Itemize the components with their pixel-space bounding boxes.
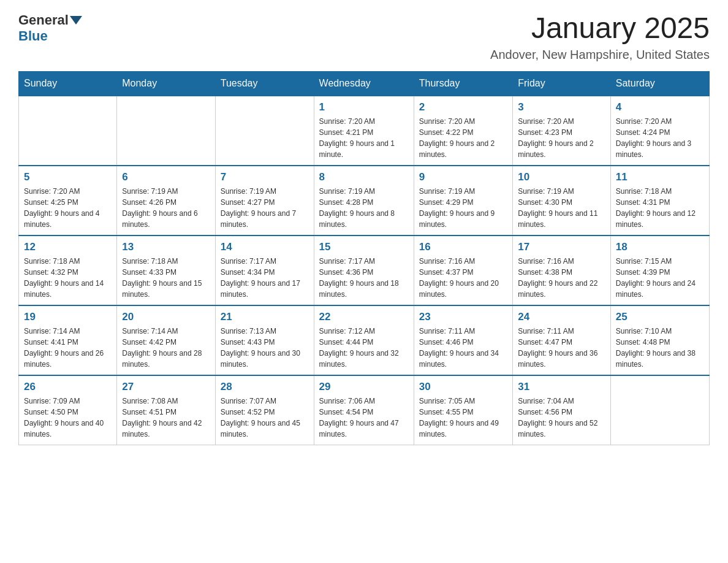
calendar-cell: 31Sunrise: 7:04 AMSunset: 4:56 PMDayligh… <box>513 375 610 445</box>
calendar-cell <box>215 96 314 166</box>
calendar-cell: 30Sunrise: 7:05 AMSunset: 4:55 PMDayligh… <box>414 375 512 445</box>
calendar-cell: 24Sunrise: 7:11 AMSunset: 4:47 PMDayligh… <box>513 305 610 375</box>
day-info: Sunrise: 7:15 AMSunset: 4:39 PMDaylight:… <box>616 256 704 300</box>
day-number: 15 <box>319 241 409 253</box>
day-info: Sunrise: 7:20 AMSunset: 4:21 PMDaylight:… <box>319 116 409 160</box>
day-info: Sunrise: 7:20 AMSunset: 4:22 PMDaylight:… <box>419 116 507 160</box>
calendar-cell: 28Sunrise: 7:07 AMSunset: 4:52 PMDayligh… <box>215 375 314 445</box>
day-info: Sunrise: 7:19 AMSunset: 4:30 PMDaylight:… <box>518 186 605 230</box>
day-number: 31 <box>518 381 605 393</box>
day-number: 25 <box>616 311 704 323</box>
day-number: 13 <box>122 241 210 253</box>
calendar-cell: 8Sunrise: 7:19 AMSunset: 4:28 PMDaylight… <box>314 166 414 236</box>
calendar-cell: 10Sunrise: 7:19 AMSunset: 4:30 PMDayligh… <box>513 166 610 236</box>
logo: General Blue <box>18 12 83 44</box>
day-info: Sunrise: 7:13 AMSunset: 4:43 PMDaylight:… <box>221 326 309 370</box>
day-info: Sunrise: 7:09 AMSunset: 4:50 PMDaylight:… <box>24 396 112 440</box>
week-row-2: 5Sunrise: 7:20 AMSunset: 4:25 PMDaylight… <box>19 166 710 236</box>
calendar-cell: 14Sunrise: 7:17 AMSunset: 4:34 PMDayligh… <box>215 236 314 305</box>
logo-general-text: General <box>18 12 69 28</box>
day-header-monday: Monday <box>117 71 216 96</box>
calendar-cell: 5Sunrise: 7:20 AMSunset: 4:25 PMDaylight… <box>19 166 117 236</box>
day-info: Sunrise: 7:18 AMSunset: 4:31 PMDaylight:… <box>616 186 704 230</box>
calendar-cell: 9Sunrise: 7:19 AMSunset: 4:29 PMDaylight… <box>414 166 512 236</box>
day-info: Sunrise: 7:10 AMSunset: 4:48 PMDaylight:… <box>616 326 704 370</box>
day-info: Sunrise: 7:07 AMSunset: 4:52 PMDaylight:… <box>221 396 309 440</box>
calendar-cell: 21Sunrise: 7:13 AMSunset: 4:43 PMDayligh… <box>215 305 314 375</box>
day-info: Sunrise: 7:19 AMSunset: 4:26 PMDaylight:… <box>122 186 210 230</box>
day-number: 5 <box>24 171 112 183</box>
day-info: Sunrise: 7:19 AMSunset: 4:28 PMDaylight:… <box>319 186 409 230</box>
day-number: 4 <box>616 101 704 113</box>
day-number: 26 <box>24 381 112 393</box>
calendar-cell: 11Sunrise: 7:18 AMSunset: 4:31 PMDayligh… <box>610 166 709 236</box>
calendar-cell <box>19 96 117 166</box>
day-number: 29 <box>319 381 409 393</box>
week-row-1: 1Sunrise: 7:20 AMSunset: 4:21 PMDaylight… <box>19 96 710 166</box>
day-info: Sunrise: 7:20 AMSunset: 4:24 PMDaylight:… <box>616 116 704 160</box>
calendar-cell: 2Sunrise: 7:20 AMSunset: 4:22 PMDaylight… <box>414 96 512 166</box>
day-header-saturday: Saturday <box>610 71 709 96</box>
day-number: 27 <box>122 381 210 393</box>
calendar-cell: 20Sunrise: 7:14 AMSunset: 4:42 PMDayligh… <box>117 305 216 375</box>
day-number: 7 <box>221 171 309 183</box>
day-number: 11 <box>616 171 704 183</box>
day-header-friday: Friday <box>513 71 610 96</box>
calendar-cell: 19Sunrise: 7:14 AMSunset: 4:41 PMDayligh… <box>19 305 117 375</box>
day-info: Sunrise: 7:11 AMSunset: 4:46 PMDaylight:… <box>419 326 507 370</box>
day-number: 16 <box>419 241 507 253</box>
day-number: 22 <box>319 311 409 323</box>
day-info: Sunrise: 7:20 AMSunset: 4:23 PMDaylight:… <box>518 116 605 160</box>
day-info: Sunrise: 7:18 AMSunset: 4:32 PMDaylight:… <box>24 256 112 300</box>
day-number: 23 <box>419 311 507 323</box>
week-row-3: 12Sunrise: 7:18 AMSunset: 4:32 PMDayligh… <box>19 236 710 305</box>
day-number: 8 <box>319 171 409 183</box>
day-info: Sunrise: 7:19 AMSunset: 4:29 PMDaylight:… <box>419 186 507 230</box>
calendar-cell: 27Sunrise: 7:08 AMSunset: 4:51 PMDayligh… <box>117 375 216 445</box>
calendar-cell: 13Sunrise: 7:18 AMSunset: 4:33 PMDayligh… <box>117 236 216 305</box>
week-row-4: 19Sunrise: 7:14 AMSunset: 4:41 PMDayligh… <box>19 305 710 375</box>
day-info: Sunrise: 7:18 AMSunset: 4:33 PMDaylight:… <box>122 256 210 300</box>
calendar-cell: 12Sunrise: 7:18 AMSunset: 4:32 PMDayligh… <box>19 236 117 305</box>
day-info: Sunrise: 7:14 AMSunset: 4:41 PMDaylight:… <box>24 326 112 370</box>
day-number: 6 <box>122 171 210 183</box>
day-info: Sunrise: 7:08 AMSunset: 4:51 PMDaylight:… <box>122 396 210 440</box>
day-number: 24 <box>518 311 605 323</box>
calendar-cell: 18Sunrise: 7:15 AMSunset: 4:39 PMDayligh… <box>610 236 709 305</box>
day-number: 2 <box>419 101 507 113</box>
day-number: 30 <box>419 381 507 393</box>
day-info: Sunrise: 7:12 AMSunset: 4:44 PMDaylight:… <box>319 326 409 370</box>
day-number: 1 <box>319 101 409 113</box>
calendar-header-row: SundayMondayTuesdayWednesdayThursdayFrid… <box>19 71 710 96</box>
day-number: 19 <box>24 311 112 323</box>
day-number: 18 <box>616 241 704 253</box>
calendar-cell: 7Sunrise: 7:19 AMSunset: 4:27 PMDaylight… <box>215 166 314 236</box>
title-section: January 2025 Andover, New Hampshire, Uni… <box>490 12 710 62</box>
day-info: Sunrise: 7:19 AMSunset: 4:27 PMDaylight:… <box>221 186 309 230</box>
calendar-cell <box>610 375 709 445</box>
calendar-table: SundayMondayTuesdayWednesdayThursdayFrid… <box>18 71 710 445</box>
day-info: Sunrise: 7:14 AMSunset: 4:42 PMDaylight:… <box>122 326 210 370</box>
day-info: Sunrise: 7:20 AMSunset: 4:25 PMDaylight:… <box>24 186 112 230</box>
calendar-cell: 26Sunrise: 7:09 AMSunset: 4:50 PMDayligh… <box>19 375 117 445</box>
page-header: General Blue January 2025 Andover, New H… <box>18 12 710 62</box>
day-header-tuesday: Tuesday <box>215 71 314 96</box>
month-title: January 2025 <box>490 12 710 45</box>
logo-arrow-icon <box>70 16 82 25</box>
calendar-cell: 29Sunrise: 7:06 AMSunset: 4:54 PMDayligh… <box>314 375 414 445</box>
day-header-sunday: Sunday <box>19 71 117 96</box>
day-info: Sunrise: 7:11 AMSunset: 4:47 PMDaylight:… <box>518 326 605 370</box>
location-subtitle: Andover, New Hampshire, United States <box>490 48 710 62</box>
day-number: 9 <box>419 171 507 183</box>
calendar-cell: 3Sunrise: 7:20 AMSunset: 4:23 PMDaylight… <box>513 96 610 166</box>
day-number: 21 <box>221 311 309 323</box>
day-number: 10 <box>518 171 605 183</box>
day-header-wednesday: Wednesday <box>314 71 414 96</box>
day-info: Sunrise: 7:04 AMSunset: 4:56 PMDaylight:… <box>518 396 605 440</box>
calendar-cell: 25Sunrise: 7:10 AMSunset: 4:48 PMDayligh… <box>610 305 709 375</box>
calendar-cell: 15Sunrise: 7:17 AMSunset: 4:36 PMDayligh… <box>314 236 414 305</box>
day-number: 14 <box>221 241 309 253</box>
day-info: Sunrise: 7:17 AMSunset: 4:34 PMDaylight:… <box>221 256 309 300</box>
day-info: Sunrise: 7:16 AMSunset: 4:37 PMDaylight:… <box>419 256 507 300</box>
day-header-thursday: Thursday <box>414 71 512 96</box>
